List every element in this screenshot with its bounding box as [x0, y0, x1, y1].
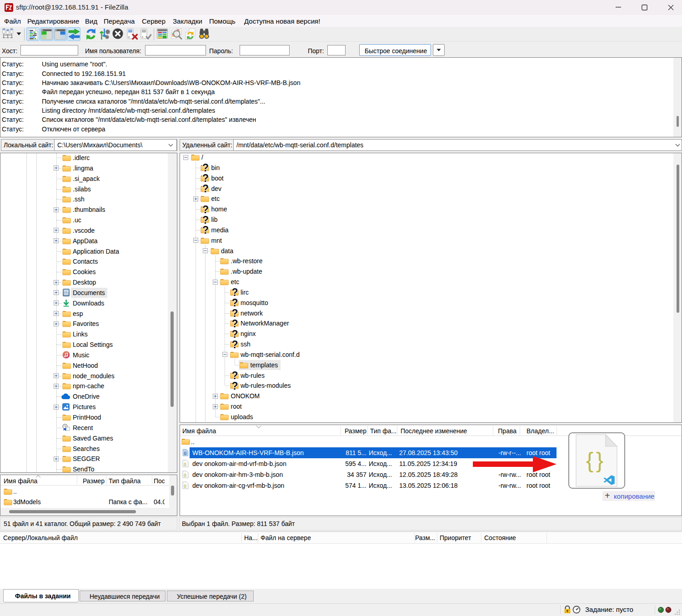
svg-text:{}: {} [184, 451, 186, 455]
svg-text:{}: {} [184, 462, 186, 466]
svg-text:{}: {} [184, 473, 186, 477]
svg-text:{}: {} [184, 484, 186, 488]
